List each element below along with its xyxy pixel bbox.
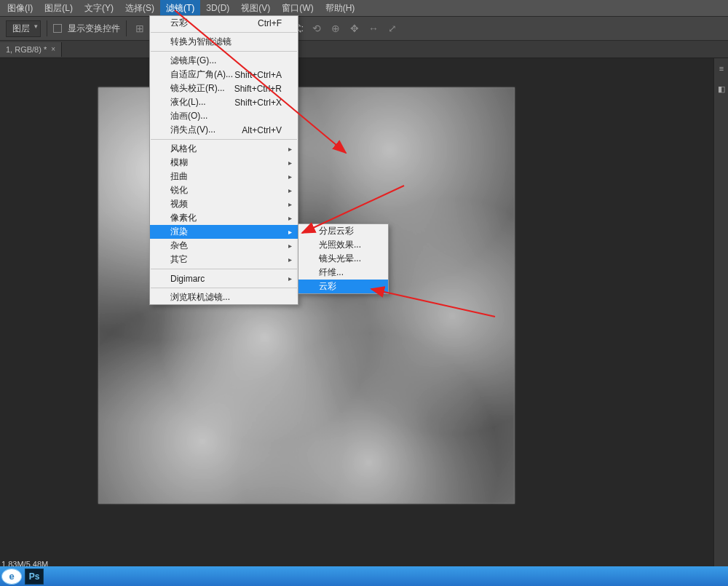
filter-browse-online[interactable]: 浏览联机滤镜... [150,290,298,304]
3d-orbit-icon[interactable]: ⟲ [309,21,324,36]
filter-sharpen[interactable]: 锐化 [150,183,298,197]
document-tab[interactable]: 1, RGB/8) * × [0,42,62,57]
filter-noise[interactable]: 杂色 [150,239,298,253]
filter-adaptive-wide[interactable]: 自适应广角(A)...Shift+Ctrl+A [150,68,298,82]
menubar: 图像(I) 图层(L) 文字(Y) 选择(S) 滤镜(T) 3D(D) 视图(V… [0,0,728,16]
menu-image[interactable]: 图像(I) [1,0,39,17]
filter-digimarc[interactable]: Digimarc [150,272,298,285]
render-lens-flare[interactable]: 镜头光晕... [298,252,388,266]
menu-help[interactable]: 帮助(H) [320,0,361,17]
show-transform-label: 显示变换控件 [68,23,120,35]
menu-view[interactable]: 视图(V) [235,0,276,17]
panel-icon-2[interactable]: ◧ [714,79,728,99]
filter-other[interactable]: 其它 [150,253,298,266]
ie-icon[interactable]: e [1,569,22,585]
filter-stylize[interactable]: 风格化 [150,142,298,156]
filter-vanishing-point[interactable]: 消失点(V)...Alt+Ctrl+V [150,123,298,137]
menu-3d[interactable]: 3D(D) [200,1,235,15]
3d-pan-icon[interactable]: ✥ [347,21,362,36]
menu-filter[interactable]: 滤镜(T) [160,0,200,17]
render-clouds[interactable]: 云彩 [298,280,388,293]
filter-distort[interactable]: 扭曲 [150,170,298,183]
render-difference-clouds[interactable]: 分层云彩 [298,224,388,238]
3d-slide-icon[interactable]: ↔ [366,21,381,36]
menu-layer[interactable]: 图层(L) [39,0,79,17]
document-tab-bar: 1, RGB/8) * × [0,41,728,58]
menu-window[interactable]: 窗口(W) [276,0,319,17]
filter-liquify[interactable]: 液化(L)...Shift+Ctrl+X [150,95,298,109]
windows-taskbar: e Ps [0,566,728,586]
filter-gallery[interactable]: 滤镜库(G)... [150,54,298,68]
3d-scale-icon[interactable]: ⤢ [385,21,400,36]
filter-convert-smart[interactable]: 转换为智能滤镜 [150,35,298,49]
align-icon-1[interactable]: ⊞ [132,21,147,36]
filter-oil-paint[interactable]: 油画(O)... [150,109,298,123]
menu-text[interactable]: 文字(Y) [79,0,119,17]
panel-icon-1[interactable]: ≡ [714,58,728,79]
render-submenu: 分层云彩 光照效果... 镜头光晕... 纤维... 云彩 [298,223,389,294]
filter-render[interactable]: 渲染 [150,225,298,239]
show-transform-checkbox[interactable] [53,24,62,33]
menu-select[interactable]: 选择(S) [119,0,160,17]
filter-video[interactable]: 视频 [150,197,298,211]
filter-menu: 云彩Ctrl+F 转换为智能滤镜 滤镜库(G)... 自适应广角(A)...Sh… [149,15,298,305]
canvas-area [0,58,728,566]
photoshop-taskbar-icon[interactable]: Ps [25,569,44,585]
filter-pixelate[interactable]: 像素化 [150,211,298,225]
close-icon[interactable]: × [51,45,55,53]
right-panel-collapsed: ≡ ◧ [713,58,728,566]
layer-dropdown[interactable]: 图层 [6,20,41,37]
tab-title: 1, RGB/8) * [6,45,47,54]
filter-lens-correction[interactable]: 镜头校正(R)...Shift+Ctrl+R [150,82,298,95]
filter-last[interactable]: 云彩Ctrl+F [150,16,298,30]
options-bar: 图层 显示变换控件 ⊞ ⊟ ┆ ┊ ╬ ▥ 3D 模式: ⟲ ⊕ ✥ ↔ ⤢ [0,16,728,41]
filter-blur[interactable]: 模糊 [150,156,298,170]
3d-roll-icon[interactable]: ⊕ [328,21,343,36]
render-lighting[interactable]: 光照效果... [298,238,388,252]
render-fibers[interactable]: 纤维... [298,266,388,280]
